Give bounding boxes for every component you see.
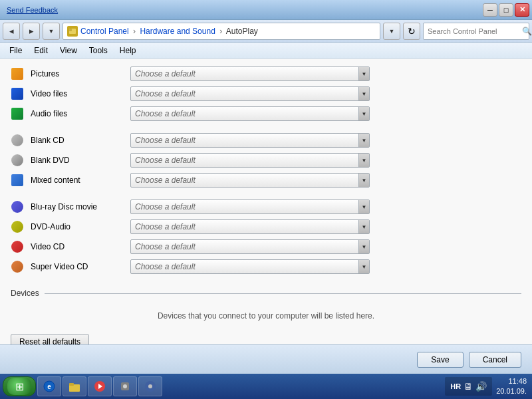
close-button[interactable]: ✕ bbox=[515, 3, 529, 17]
label-dvd-audio: DVD-Audio bbox=[31, 222, 124, 231]
label-bluray: Blu-ray Disc movie bbox=[31, 202, 124, 211]
menu-tools[interactable]: Tools bbox=[84, 45, 113, 57]
refresh-button[interactable]: ↻ bbox=[403, 23, 420, 40]
dropdown-dvd-audio[interactable]: Choose a default ▼ bbox=[130, 219, 370, 234]
forward-button[interactable]: ▸ bbox=[23, 23, 40, 40]
search-box: 🔍 bbox=[423, 23, 529, 40]
title-bar-left: Send Feedback bbox=[3, 6, 483, 14]
dropdown-blank-dvd[interactable]: Choose a default ▼ bbox=[130, 153, 370, 168]
address-dropdown-button[interactable]: ▼ bbox=[383, 23, 400, 40]
breadcrumb-text: Control Panel › Hardware and Sound › Aut… bbox=[80, 27, 258, 36]
window-controls: ─ □ ✕ bbox=[483, 3, 529, 17]
svg-rect-5 bbox=[69, 383, 74, 386]
label-pictures: Pictures bbox=[31, 69, 124, 78]
bottom-bar: Save Cancel bbox=[0, 344, 532, 374]
label-blank-dvd: Blank DVD bbox=[31, 156, 124, 165]
menu-view[interactable]: View bbox=[55, 45, 82, 57]
content-area[interactable]: Pictures Choose a default ▼ Video files … bbox=[0, 59, 532, 344]
spacer2 bbox=[11, 190, 521, 197]
start-button[interactable]: ⊞ bbox=[3, 376, 36, 396]
svg-text:e: e bbox=[47, 383, 51, 390]
label-video-files: Video files bbox=[31, 89, 124, 98]
taskbar-apps: e bbox=[37, 376, 444, 396]
taskbar-device[interactable] bbox=[113, 376, 137, 396]
search-icon[interactable]: 🔍 bbox=[522, 27, 532, 36]
label-super-video-cd: Super Video CD bbox=[31, 262, 124, 271]
reset-all-defaults-button[interactable]: Reset all defaults bbox=[11, 334, 89, 344]
dropdown-video-files-text: Choose a default bbox=[135, 89, 358, 98]
dropdown-video-cd-arrow: ▼ bbox=[358, 240, 369, 253]
row-audio-files: Audio files Choose a default ▼ bbox=[11, 104, 521, 124]
minimize-button[interactable]: ─ bbox=[483, 3, 497, 17]
clock-time: 11:48 bbox=[496, 376, 527, 386]
row-pictures: Pictures Choose a default ▼ bbox=[11, 64, 521, 84]
menu-edit[interactable]: Edit bbox=[29, 45, 53, 57]
main-window: Send Feedback ─ □ ✕ ◂ ▸ ▼ Control Panel … bbox=[0, 0, 532, 399]
label-blank-cd: Blank CD bbox=[31, 136, 124, 145]
dropdown-audio-files[interactable]: Choose a default ▼ bbox=[130, 106, 370, 121]
dropdown-blank-cd[interactable]: Choose a default ▼ bbox=[130, 133, 370, 148]
icon-dvd-audio bbox=[11, 220, 24, 233]
icon-mixed-content bbox=[11, 174, 24, 187]
taskbar-folder[interactable] bbox=[63, 376, 86, 396]
dropdown-super-video-cd-text: Choose a default bbox=[135, 262, 358, 271]
search-input[interactable] bbox=[428, 27, 519, 35]
breadcrumb-sep2: › bbox=[219, 27, 222, 36]
spacer3 bbox=[11, 277, 521, 283]
save-button[interactable]: Save bbox=[417, 352, 463, 368]
reset-button-container: Reset all defaults bbox=[11, 334, 521, 344]
dropdown-bluray-arrow: ▼ bbox=[358, 200, 369, 213]
clock-date: 20.01.09. bbox=[496, 386, 527, 396]
svg-point-11 bbox=[148, 384, 152, 388]
menu-help[interactable]: Help bbox=[114, 45, 142, 57]
row-super-video-cd: Super Video CD Choose a default ▼ bbox=[11, 257, 521, 277]
row-blank-cd: Blank CD Choose a default ▼ bbox=[11, 130, 521, 150]
back-button[interactable]: ◂ bbox=[3, 23, 20, 40]
icon-pictures bbox=[11, 67, 24, 80]
taskbar-disc[interactable] bbox=[138, 376, 162, 396]
send-feedback-link[interactable]: Send Feedback bbox=[7, 6, 58, 14]
dropdown-video-files-arrow: ▼ bbox=[358, 87, 369, 100]
dropdown-pictures[interactable]: Choose a default ▼ bbox=[130, 66, 370, 81]
icon-video-cd bbox=[11, 240, 24, 253]
maximize-button[interactable]: □ bbox=[499, 3, 513, 17]
dropdown-video-cd[interactable]: Choose a default ▼ bbox=[130, 239, 370, 254]
dropdown-pictures-text: Choose a default bbox=[135, 69, 358, 78]
breadcrumb-bar: Control Panel › Hardware and Sound › Aut… bbox=[63, 23, 380, 40]
row-blank-dvd: Blank DVD Choose a default ▼ bbox=[11, 150, 521, 170]
icon-blank-dvd bbox=[11, 154, 24, 167]
menu-bar: File Edit View Tools Help bbox=[0, 43, 532, 59]
dropdown-video-files[interactable]: Choose a default ▼ bbox=[130, 86, 370, 101]
icon-blank-cd bbox=[11, 134, 24, 147]
taskbar-media[interactable] bbox=[88, 376, 112, 396]
cancel-button[interactable]: Cancel bbox=[469, 352, 521, 368]
dropdown-dvd-audio-arrow: ▼ bbox=[358, 220, 369, 233]
icon-audio-files bbox=[11, 107, 24, 120]
icon-video-files bbox=[11, 87, 24, 100]
language-indicator: HR bbox=[450, 382, 461, 390]
breadcrumb-sep1: › bbox=[133, 27, 136, 36]
dropdown-bluray[interactable]: Choose a default ▼ bbox=[130, 200, 370, 214]
dropdown-mixed-content[interactable]: Choose a default ▼ bbox=[130, 173, 370, 188]
main-area: Pictures Choose a default ▼ Video files … bbox=[0, 59, 532, 344]
menu-file[interactable]: File bbox=[4, 45, 27, 57]
breadcrumb-hw[interactable]: Hardware and Sound bbox=[140, 27, 215, 36]
svg-rect-1 bbox=[69, 29, 72, 31]
dropdown-blank-dvd-text: Choose a default bbox=[135, 156, 358, 165]
row-dvd-audio: DVD-Audio Choose a default ▼ bbox=[11, 217, 521, 237]
row-mixed-content: Mixed content Choose a default ▼ bbox=[11, 170, 521, 190]
dropdown-blank-dvd-arrow: ▼ bbox=[358, 154, 369, 167]
taskbar-ie[interactable]: e bbox=[37, 376, 61, 396]
devices-message: Devices that you connect to your compute… bbox=[11, 301, 521, 331]
nav-dropdown-button[interactable]: ▼ bbox=[43, 23, 60, 40]
dropdown-dvd-audio-text: Choose a default bbox=[135, 222, 358, 231]
row-bluray: Blu-ray Disc movie Choose a default ▼ bbox=[11, 197, 521, 217]
address-bar: ◂ ▸ ▼ Control Panel › Hardware and Sound… bbox=[0, 20, 532, 43]
icon-super-video-cd bbox=[11, 260, 24, 273]
breadcrumb-autoplay: AutoPlay bbox=[226, 27, 258, 36]
taskbar: ⊞ e HR 🖥 🔊 bbox=[0, 374, 532, 399]
breadcrumb-cp[interactable]: Control Panel bbox=[80, 27, 129, 36]
dropdown-super-video-cd[interactable]: Choose a default ▼ bbox=[130, 259, 370, 274]
dropdown-blank-cd-text: Choose a default bbox=[135, 136, 358, 145]
tray-icons: HR 🖥 🔊 bbox=[445, 377, 492, 396]
